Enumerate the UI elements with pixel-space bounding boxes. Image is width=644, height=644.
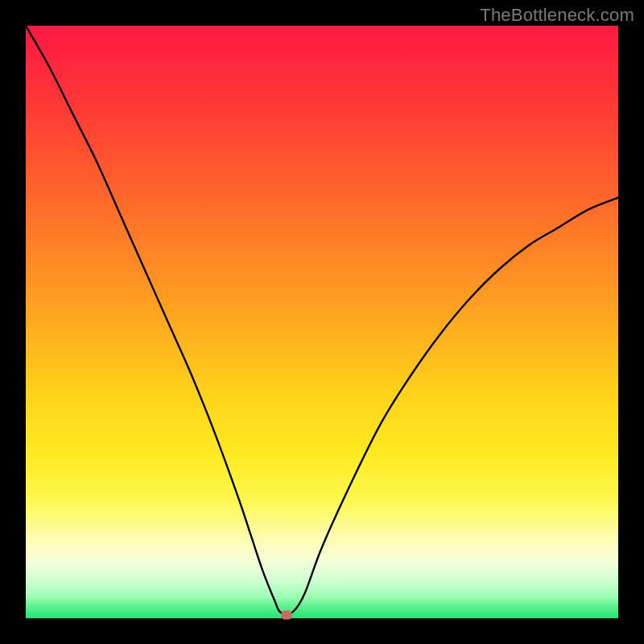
optimal-point-marker: [281, 611, 291, 620]
bottleneck-curve: [26, 26, 618, 618]
watermark-text: TheBottleneck.com: [480, 5, 634, 26]
chart-frame: TheBottleneck.com: [0, 0, 644, 644]
plot-area: [26, 26, 618, 618]
